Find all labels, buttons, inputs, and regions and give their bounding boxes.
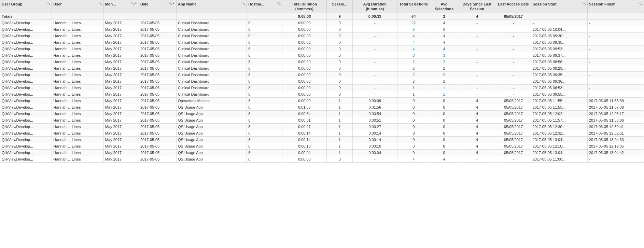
table-row[interactable]: QlikViewDevelop...Hannah L. LinesMay 201… (0, 39, 644, 45)
cell-sessions: 0 (327, 39, 353, 45)
search-icon-user[interactable]: 🔍 (98, 2, 102, 6)
cell-totalselections: 0 (397, 130, 430, 136)
table-row[interactable]: QlikViewDevelop...Hannah L. LinesMay 201… (0, 45, 644, 52)
cell-month: May 2017 (103, 123, 139, 130)
search-icon-month[interactable]: 🔍 (131, 2, 135, 6)
cell-date: 2017-05-05 (139, 45, 176, 52)
table-row[interactable]: QlikViewDevelop...Hannah L. LinesMay 201… (0, 156, 644, 162)
cell-usergroup: QlikViewDevelop... (0, 26, 52, 32)
column-header-dayssince: Days Since Last Session (458, 0, 496, 13)
cell-date: 2017-05-05 (139, 97, 176, 104)
table-row[interactable]: QlikViewDevelop...Hannah L. LinesMay 201… (0, 143, 644, 149)
cell-totalduration: 0:00:00 (282, 58, 327, 65)
search-icon-usergroup[interactable]: 🔍 (46, 2, 50, 6)
cell-avgduration: 0:00:27 (352, 123, 397, 130)
cell-month: May 2017 (103, 84, 139, 91)
totals-cell-user (52, 13, 103, 19)
cell-dayssince: 4 (458, 130, 496, 136)
table-row[interactable]: QlikViewDevelop...Hannah L. LinesMay 201… (0, 84, 644, 91)
cell-lastaccessdate: - (496, 52, 531, 58)
cell-sessions: 0 (327, 78, 353, 84)
cell-usergroup: QlikViewDevelop... (0, 97, 52, 104)
cell-month: May 2017 (103, 117, 139, 123)
cell-date: 2017-05-05 (139, 136, 176, 143)
cell-month: May 2017 (103, 65, 139, 71)
cell-appname: Clinical Dashboard (176, 78, 247, 84)
cell-appname: Clinical Dashboard (176, 91, 247, 97)
table-row[interactable]: QlikViewDevelop...Hannah L. LinesMay 201… (0, 71, 644, 78)
cell-date: 2017-05-05 (139, 130, 176, 136)
cell-totalselections: 6 (397, 26, 430, 32)
search-icon-date[interactable]: 🔍 (168, 2, 172, 6)
cell-appname: QS Usage App (176, 104, 247, 110)
cell-appname: Clinical Dashboard (176, 39, 247, 45)
table-row[interactable]: QlikViewDevelop...Hannah L. LinesMay 201… (0, 26, 644, 32)
column-label-avgselections: Avg Selections (432, 2, 457, 12)
cell-totalselections: 3 (397, 52, 430, 58)
cell-sessions: 0 (327, 32, 353, 39)
table-row[interactable]: QlikViewDevelop...Hannah L. LinesMay 201… (0, 91, 644, 97)
cell-avgduration: - (352, 91, 397, 97)
sort-arrow-month[interactable]: ▲ (135, 2, 137, 5)
cell-avgduration: - (352, 39, 397, 45)
cell-hostname: 8 (247, 26, 282, 32)
cell-totalduration: 0:00:09 (282, 97, 327, 104)
cell-totalselections: 4 (397, 45, 430, 52)
cell-totalselections: 2 (397, 58, 430, 65)
cell-month: May 2017 (103, 136, 139, 143)
table-row[interactable]: QlikViewDevelop...Hannah L. LinesMay 201… (0, 19, 644, 26)
table-row[interactable]: QlikViewDevelop...Hannah L. LinesMay 201… (0, 149, 644, 156)
search-icon-hostname[interactable]: 🔍 (277, 2, 281, 6)
cell-month: May 2017 (103, 32, 139, 39)
table-row[interactable]: QlikViewDevelop...Hannah L. LinesMay 201… (0, 97, 644, 104)
cell-avgduration: - (352, 156, 397, 162)
table-row[interactable]: QlikViewDevelop...Hannah L. LinesMay 201… (0, 110, 644, 117)
table-row[interactable]: QlikViewDevelop...Hannah L. LinesMay 201… (0, 123, 644, 130)
table-row[interactable]: QlikViewDevelop...Hannah L. LinesMay 201… (0, 78, 644, 84)
cell-sessionstart: 2017-05-05 11:57:... (531, 117, 587, 123)
cell-totalduration: 0:00:00 (282, 65, 327, 71)
cell-lastaccessdate: 05/05/2017 (496, 110, 531, 117)
cell-sessionstart: 2017-05-05 12:18:... (531, 143, 587, 149)
cell-avgduration: 0:00:04 (352, 149, 397, 156)
cell-dayssince: - (458, 91, 496, 97)
cell-totalduration: 0:00:00 (282, 19, 327, 26)
table-row[interactable]: QlikViewDevelop...Hannah L. LinesMay 201… (0, 58, 644, 65)
cell-totalduration: 0:00:51 (282, 117, 327, 123)
cell-avgselections: 4 (430, 32, 458, 39)
cell-usergroup: QlikViewDevelop... (0, 110, 52, 117)
cell-dayssince: - (458, 71, 496, 78)
table-row[interactable]: QlikViewDevelop...Hannah L. LinesMay 201… (0, 32, 644, 39)
search-icon-sessionstart[interactable]: 🔍 (582, 2, 586, 6)
table-row[interactable]: QlikViewDevelop...Hannah L. LinesMay 201… (0, 104, 644, 110)
cell-hostname: 8 (247, 97, 282, 104)
cell-sessions: 1 (327, 130, 353, 136)
cell-month: May 2017 (103, 149, 139, 156)
search-icon-appname[interactable]: 🔍 (241, 2, 245, 6)
table-row[interactable]: QlikViewDevelop...Hannah L. LinesMay 201… (0, 117, 644, 123)
cell-sessions: 0 (327, 19, 353, 26)
column-header-sessions: Sessio... (327, 0, 353, 13)
table-row[interactable]: QlikViewDevelop...Hannah L. LinesMay 201… (0, 65, 644, 71)
search-icon-sessionfinish[interactable]: 🔍 (639, 2, 642, 6)
table-row[interactable]: QlikViewDevelop...Hannah L. LinesMay 201… (0, 136, 644, 143)
cell-lastaccessdate: - (496, 45, 531, 52)
cell-date: 2017-05-05 (139, 110, 176, 117)
cell-avgduration: 0:00:51 (352, 117, 397, 123)
cell-dayssince: - (458, 156, 496, 162)
cell-sessionstart: 2017-05-05 13:04:... (531, 149, 587, 156)
cell-dayssince: - (458, 65, 496, 71)
cell-month: May 2017 (103, 91, 139, 97)
cell-month: May 2017 (103, 52, 139, 58)
cell-totalduration: 0:00:00 (282, 156, 327, 162)
cell-appname: QS Usage App (176, 149, 247, 156)
cell-sessionstart: 2017-05-05 13:04:... (531, 136, 587, 143)
table-row[interactable]: QlikViewDevelop...Hannah L. LinesMay 201… (0, 52, 644, 58)
cell-lastaccessdate: - (496, 78, 531, 84)
cell-sessionstart: 2017-05-05 09:35:... (531, 39, 587, 45)
sort-arrow-date[interactable]: ▲ (172, 2, 175, 5)
cell-totalduration: 0:00:00 (282, 52, 327, 58)
totals-cell-totalduration: 0:05:03 (282, 13, 327, 19)
table-row[interactable]: QlikViewDevelop...Hannah L. LinesMay 201… (0, 130, 644, 136)
cell-totalduration: 0:00:00 (282, 26, 327, 32)
